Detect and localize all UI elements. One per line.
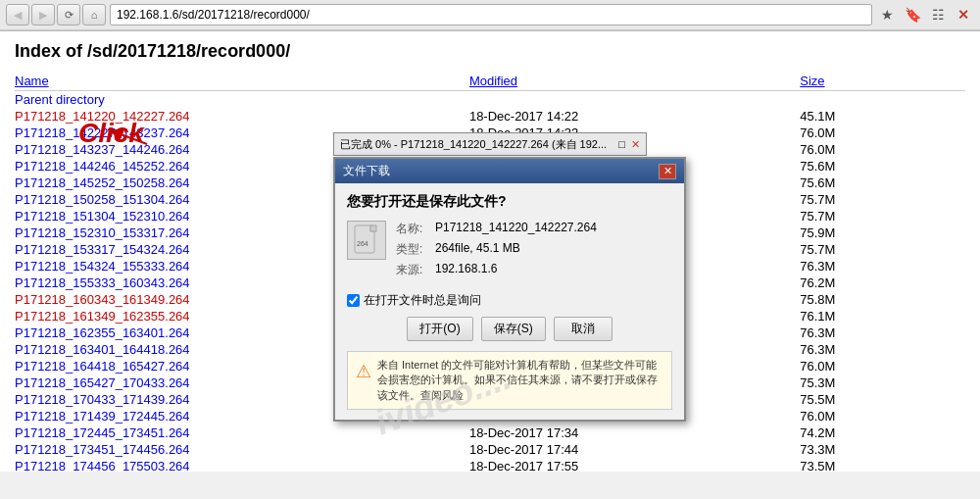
file-size: 75.7M: [800, 191, 965, 208]
save-button[interactable]: 保存(S): [481, 317, 546, 341]
from-label: 来源:: [396, 262, 435, 278]
bookmark-icon[interactable]: 🔖: [902, 4, 923, 25]
file-size: 75.6M: [800, 158, 965, 175]
file-size: 73.3M: [800, 441, 965, 458]
file-size: 76.0M: [800, 125, 965, 141]
dialog-body: 您要打开还是保存此文件? 264 名称: P171218_141220_1422…: [335, 183, 684, 420]
file-size: 76.3M: [800, 258, 965, 274]
checkbox-label: 在打开文件时总是询问: [364, 292, 481, 309]
file-size: 75.7M: [800, 241, 965, 258]
toolbar-right: ★ 🔖 ☷ ✕: [876, 4, 974, 25]
file-link[interactable]: P171218_151304_152310.264: [15, 209, 190, 224]
file-modified: 18-Dec-2017 14:32: [469, 125, 800, 141]
file-link[interactable]: P171218_153317_154324.264: [15, 242, 190, 257]
file-size: 73.5M: [800, 458, 965, 472]
page-title: Index of /sd/20171218/record000/: [15, 41, 965, 62]
from-value: 192.168.1.6: [435, 262, 497, 275]
file-link[interactable]: P171218_164418_165427.264: [15, 359, 190, 374]
file-link[interactable]: P171218_163401_164418.264: [15, 342, 190, 357]
file-modified: 18-Dec-2017 14:42: [469, 141, 800, 158]
table-row: P171218_174456_175503.264 18-Dec-2017 17…: [15, 458, 965, 472]
name-value: P171218_141220_142227.264: [435, 221, 597, 234]
file-link[interactable]: P171218_173451_174456.264: [15, 442, 190, 457]
dialog-title: 文件下载: [343, 163, 390, 179]
dialog-buttons: 打开(O) 保存(S) 取消: [347, 317, 672, 341]
file-size: 76.0M: [800, 141, 965, 158]
nav-buttons: ◀ ▶ ⟳ ⌂: [6, 4, 106, 25]
table-row: P171218_141220_142227.264 18-Dec-2017 14…: [15, 108, 965, 125]
forward-button[interactable]: ▶: [31, 4, 55, 25]
file-size: 75.8M: [800, 291, 965, 308]
file-size: 76.3M: [800, 324, 965, 341]
file-size: 75.3M: [800, 374, 965, 391]
dialog-title-bar: 文件下载 ✕: [335, 159, 684, 183]
col-header-size[interactable]: Size: [800, 72, 965, 91]
address-bar[interactable]: [110, 4, 872, 25]
checkbox-row: 在打开文件时总是询问: [347, 292, 672, 309]
svg-text:264: 264: [357, 240, 368, 247]
dialog-close-button[interactable]: ✕: [659, 164, 676, 179]
file-link[interactable]: P171218_143237_144246.264: [15, 142, 190, 157]
col-header-modified[interactable]: Modified: [469, 72, 800, 91]
file-link[interactable]: P171218_144246_145252.264: [15, 159, 190, 174]
file-link[interactable]: P171218_142227_143237.264: [15, 125, 190, 140]
file-link[interactable]: P171218_141220_142227.264: [15, 109, 190, 124]
file-size: 74.2M: [800, 424, 965, 441]
file-size: 76.0M: [800, 358, 965, 374]
file-link[interactable]: P171218_162355_163401.264: [15, 325, 190, 340]
cancel-button[interactable]: 取消: [554, 317, 612, 341]
file-size: 75.6M: [800, 175, 965, 191]
file-modified: 18-Dec-2017 14:22: [469, 108, 800, 125]
file-link[interactable]: P171218_170433_171439.264: [15, 392, 190, 407]
file-icon: 264: [347, 221, 386, 260]
file-from-row: 来源: 192.168.1.6: [396, 262, 672, 278]
file-size: 76.2M: [800, 274, 965, 291]
dialog-question: 您要打开还是保存此文件?: [347, 193, 672, 211]
file-size: 75.9M: [800, 225, 965, 241]
file-link[interactable]: P171218_154324_155333.264: [15, 259, 190, 274]
file-download-dialog: 文件下载 ✕ 您要打开还是保存此文件? 264 名称: P171218_: [333, 157, 686, 422]
file-link[interactable]: P171218_165427_170433.264: [15, 375, 190, 390]
file-link[interactable]: P171218_171439_172445.264: [15, 409, 190, 424]
table-row: P171218_143237_144246.264 18-Dec-2017 14…: [15, 141, 965, 158]
grid-icon[interactable]: ☷: [927, 4, 949, 25]
col-header-name[interactable]: Name: [15, 72, 469, 91]
parent-dir-link[interactable]: Parent directory: [15, 92, 105, 107]
star-icon[interactable]: ★: [876, 4, 898, 25]
refresh-button[interactable]: ⟳: [57, 4, 80, 25]
file-link[interactable]: P171218_155333_160343.264: [15, 275, 190, 290]
file-size: 76.3M: [800, 341, 965, 358]
parent-dir-row: Parent directory: [15, 91, 965, 109]
name-label: 名称:: [396, 221, 435, 237]
file-modified: 18-Dec-2017 17:44: [469, 441, 800, 458]
table-row: P171218_142227_143237.264 18-Dec-2017 14…: [15, 125, 965, 141]
file-link[interactable]: P171218_161349_162355.264: [15, 309, 190, 324]
file-link[interactable]: P171218_160343_161349.264: [15, 292, 190, 307]
table-row: P171218_173451_174456.264 18-Dec-2017 17…: [15, 441, 965, 458]
dialog-info-details: 名称: P171218_141220_142227.264 类型: 264fil…: [396, 221, 672, 282]
type-value: 264file, 45.1 MB: [435, 241, 520, 255]
warning-text: 来自 Internet 的文件可能对计算机有帮助，但某些文件可能会损害您的计算机…: [377, 358, 663, 403]
close-icon[interactable]: ✕: [953, 4, 974, 25]
svg-rect-2: [370, 225, 376, 231]
table-row: P171218_172445_173451.264 18-Dec-2017 17…: [15, 424, 965, 441]
file-size: 76.1M: [800, 308, 965, 324]
file-link[interactable]: P171218_172445_173451.264: [15, 425, 190, 440]
type-label: 类型:: [396, 241, 435, 258]
back-button[interactable]: ◀: [6, 4, 29, 25]
file-name-row: 名称: P171218_141220_142227.264: [396, 221, 672, 237]
warning-icon: ⚠: [356, 360, 371, 384]
file-type-row: 类型: 264file, 45.1 MB: [396, 241, 672, 258]
file-link[interactable]: P171218_145252_150258.264: [15, 175, 190, 190]
file-size: 45.1M: [800, 108, 965, 125]
file-size: 75.7M: [800, 208, 965, 225]
browser-chrome: ◀ ▶ ⟳ ⌂ ★ 🔖 ☷ ✕: [0, 0, 980, 31]
file-size: 75.5M: [800, 391, 965, 408]
open-button[interactable]: 打开(O): [407, 317, 472, 341]
file-link[interactable]: P171218_150258_151304.264: [15, 192, 190, 207]
always-ask-checkbox[interactable]: [347, 294, 360, 307]
home-button[interactable]: ⌂: [82, 4, 106, 25]
file-link[interactable]: P171218_174456_175503.264: [15, 459, 190, 472]
file-link[interactable]: P171218_152310_153317.264: [15, 225, 190, 240]
dialog-info-section: 264 名称: P171218_141220_142227.264 类型: 26…: [347, 221, 672, 282]
